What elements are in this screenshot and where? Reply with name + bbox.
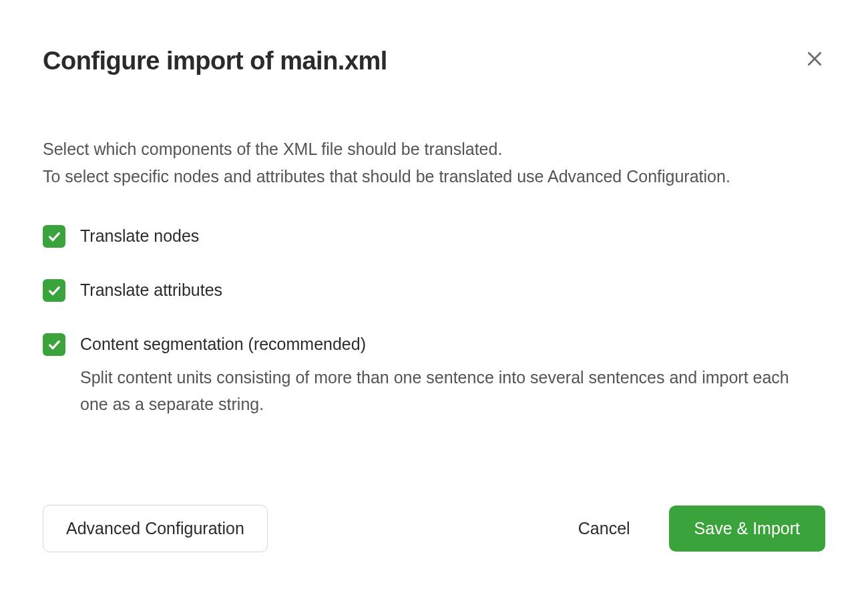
check-icon — [47, 229, 61, 244]
dialog-description-line1: Select which components of the XML file … — [43, 140, 502, 158]
options-list: Translate nodes Translate attributes Con… — [43, 224, 825, 418]
option-help-text: Split content units consisting of more t… — [80, 364, 815, 418]
save-import-button[interactable]: Save & Import — [669, 506, 825, 552]
advanced-configuration-button[interactable]: Advanced Configuration — [43, 505, 268, 552]
cancel-button[interactable]: Cancel — [572, 506, 637, 552]
option-translate-attributes: Translate attributes — [43, 278, 825, 302]
option-label[interactable]: Translate attributes — [80, 278, 222, 302]
option-text: Translate attributes — [80, 278, 222, 302]
option-text: Translate nodes — [80, 224, 199, 248]
checkbox-content-segmentation[interactable] — [43, 333, 65, 356]
option-text: Content segmentation (recommended) Split… — [80, 333, 815, 418]
check-icon — [47, 283, 61, 298]
dialog-title: Configure import of main.xml — [43, 47, 825, 75]
option-content-segmentation: Content segmentation (recommended) Split… — [43, 333, 825, 418]
footer-right: Cancel Save & Import — [572, 506, 825, 552]
dialog-description: Select which components of the XML file … — [43, 136, 777, 191]
option-label[interactable]: Content segmentation (recommended) — [80, 333, 815, 356]
option-translate-nodes: Translate nodes — [43, 224, 825, 248]
check-icon — [47, 337, 61, 352]
close-icon — [806, 50, 823, 67]
dialog-footer: Advanced Configuration Cancel Save & Imp… — [43, 505, 825, 552]
dialog-description-line2: To select specific nodes and attributes … — [43, 167, 730, 186]
option-label[interactable]: Translate nodes — [80, 224, 199, 248]
close-button[interactable] — [804, 48, 825, 69]
checkbox-translate-attributes[interactable] — [43, 279, 65, 302]
checkbox-translate-nodes[interactable] — [43, 225, 65, 248]
configure-import-dialog: Configure import of main.xml Select whic… — [0, 0, 868, 592]
